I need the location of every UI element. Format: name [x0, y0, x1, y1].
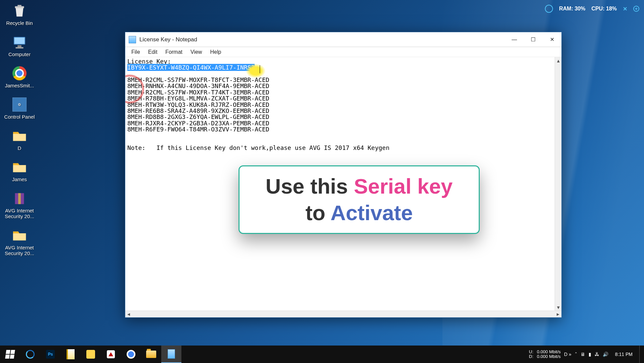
folder-icon	[146, 351, 156, 358]
taskbar-left: Ps	[0, 346, 181, 363]
desktop-icon-label: James	[12, 176, 27, 182]
callout-part: to	[305, 201, 331, 225]
desktop-icons: Recycle Bin Computer JamesSmit... ⚙ Cont…	[3, 3, 36, 256]
taskbar-clock[interactable]: 8:11 PM	[612, 352, 636, 357]
taskbar-notepad-active[interactable]	[161, 346, 181, 363]
tray-up-icon[interactable]: ˄	[575, 352, 577, 357]
menu-file[interactable]: File	[127, 48, 144, 56]
svg-rect-5	[18, 193, 21, 204]
scroll-up-arrow[interactable]: ▴	[555, 57, 562, 64]
svg-rect-2	[17, 45, 22, 47]
tray-icons: ˄ 🖥 ▮ 🖧 🔊	[575, 352, 608, 357]
menu-edit[interactable]: Edit	[144, 48, 162, 56]
desktop-icon-avg-folder[interactable]: AVG Internet Security 20...	[3, 227, 36, 256]
minimize-button[interactable]: —	[505, 32, 524, 47]
tray-network-icon[interactable]: 🖧	[595, 352, 599, 357]
stats-add-icon[interactable]: +	[633, 6, 639, 12]
desktop-icon-chrome-shortcut[interactable]: JamesSmit...	[3, 65, 36, 88]
notepad-icon	[168, 349, 175, 359]
horizontal-scrollbar[interactable]: ◂ ▸	[125, 311, 561, 317]
callout-activate: Activate	[331, 201, 413, 225]
chrome-icon	[127, 350, 135, 359]
titlebar[interactable]: License Key - Notepad — ☐ ✕	[125, 32, 561, 47]
callout-serial-key: Serial key	[354, 174, 453, 198]
net-dn-label: D:	[529, 354, 536, 359]
notepad-icon	[129, 36, 136, 43]
network-stats: U: 0.000 Mbit/s D: 0.000 Mbit/s	[529, 350, 561, 359]
desktop-icon-label: AVG Internet Security 20...	[3, 208, 36, 219]
scroll-down-arrow[interactable]: ▾	[555, 304, 562, 311]
edge-icon	[26, 350, 35, 359]
text-caret	[260, 65, 260, 73]
desktop-icon-label: JamesSmit...	[5, 83, 34, 88]
callout-part: Use this	[266, 174, 354, 198]
net-dn-value: 0.000 Mbit/s	[537, 354, 561, 359]
note-icon	[67, 349, 75, 359]
taskbar-app-generic[interactable]	[81, 346, 101, 363]
recycle-bin-icon	[11, 3, 28, 19]
computer-icon	[11, 34, 28, 50]
ram-usage: RAM: 30%	[559, 6, 585, 12]
taskbar-anyformat[interactable]	[101, 346, 121, 363]
svg-rect-3	[16, 47, 24, 48]
folder-icon	[11, 128, 28, 144]
callout-text: Use this Serial key to Activate	[266, 173, 453, 226]
taskbar-sticky-notes[interactable]	[60, 346, 81, 363]
instruction-callout: Use this Serial key to Activate	[239, 165, 480, 234]
stats-close-icon[interactable]: ✕	[623, 6, 627, 12]
windows-logo-icon	[5, 350, 15, 359]
taskbar-chrome[interactable]	[121, 346, 141, 363]
desktop-icon-computer[interactable]: Computer	[3, 34, 36, 57]
desktop-icon-label: Computer	[8, 51, 31, 57]
close-button[interactable]: ✕	[543, 32, 561, 47]
menu-view[interactable]: View	[186, 48, 206, 56]
desktop-icon-label: D	[18, 145, 22, 151]
menubar: File Edit Format View Help	[125, 47, 561, 57]
taskbar: Ps U: 0.000 Mbit/s D: 0.000 Mbit/s D » ˄…	[0, 346, 644, 363]
note-line: Note: If this License Key don't work,ple…	[127, 144, 389, 151]
scroll-right-arrow[interactable]: ▸	[555, 311, 561, 318]
cpu-usage: CPU: 18%	[591, 6, 617, 12]
menu-help[interactable]: Help	[206, 48, 225, 56]
maximize-button[interactable]: ☐	[524, 32, 543, 47]
desktop-icon-label: Recycle Bin	[6, 20, 33, 26]
photoshop-icon: Ps	[46, 350, 55, 359]
control-panel-icon: ⚙	[11, 96, 28, 113]
svg-rect-1	[14, 38, 25, 44]
archive-icon	[11, 190, 28, 206]
net-up-value: 0.000 Mbit/s	[537, 349, 561, 354]
desktop-icon-recycle-bin[interactable]: Recycle Bin	[3, 3, 36, 26]
taskbar-explorer[interactable]	[141, 346, 161, 363]
net-up-label: U:	[529, 350, 536, 354]
show-desktop-button[interactable]	[639, 346, 642, 363]
selected-license-key: IBY9X-ESYXT-W4BZQ-QI4WX-A9LI7-INRS3	[127, 64, 255, 71]
chrome-icon	[11, 65, 28, 81]
scroll-left-arrow[interactable]: ◂	[125, 311, 132, 318]
desktop-icon-label: AVG Internet Security 20...	[3, 245, 36, 256]
desktop-icon-control-panel[interactable]: ⚙ Control Panel	[3, 96, 36, 120]
taskbar-photoshop[interactable]: Ps	[40, 346, 60, 363]
start-button[interactable]	[0, 346, 20, 363]
license-key-line: 8MEH-R6FE9-FWO64-T84MR-O3ZVV-7EMBR-ACED	[127, 126, 269, 133]
window-title: License Key - Notepad	[139, 36, 197, 43]
vertical-scrollbar[interactable]: ▴ ▾	[555, 57, 561, 311]
tray-battery-icon[interactable]: ▮	[589, 352, 591, 357]
triangle-app-icon	[107, 350, 115, 358]
net-extra: D »	[564, 352, 571, 357]
stats-circle-icon	[545, 5, 553, 13]
taskbar-edge[interactable]	[20, 346, 40, 363]
tray-volume-icon[interactable]: 🔊	[603, 352, 608, 357]
folder-icon	[11, 227, 28, 243]
folder-icon	[11, 159, 28, 175]
desktop-icon-avg-archive[interactable]: AVG Internet Security 20...	[3, 190, 36, 219]
desktop-icon-folder-d[interactable]: D	[3, 128, 36, 151]
desktop-icon-folder-james[interactable]: James	[3, 159, 36, 182]
tray-monitor-icon[interactable]: 🖥	[581, 352, 585, 357]
menu-format[interactable]: Format	[161, 48, 186, 56]
desktop-icon-label: Control Panel	[4, 114, 35, 120]
system-stats-overlay: RAM: 30% CPU: 18% ✕ +	[545, 5, 639, 13]
app-icon	[86, 350, 95, 359]
taskbar-right: U: 0.000 Mbit/s D: 0.000 Mbit/s D » ˄ 🖥 …	[529, 346, 644, 363]
